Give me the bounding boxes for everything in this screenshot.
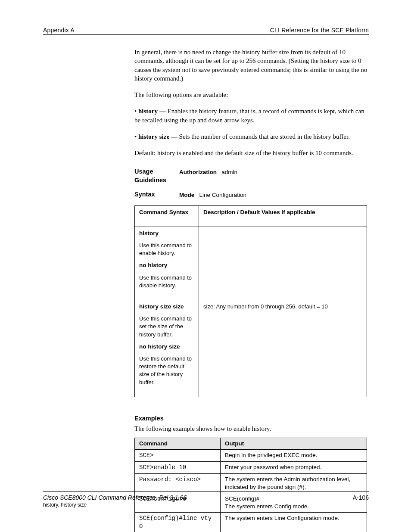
cmd-history-note: Use this command to enable history.: [139, 242, 194, 257]
header-left: Appendix A: [43, 27, 75, 34]
header-right: CLI Reference for the SCE Platform: [270, 27, 369, 34]
table-row: Command Syntax Description / Default Val…: [135, 205, 367, 227]
bullet-2: • history size — Sets the number of comm…: [134, 132, 369, 141]
table-header-row: Command Output: [135, 438, 367, 449]
authorization-value: admin: [221, 169, 237, 175]
examples-table-head-output: Output: [221, 438, 367, 449]
cmd-no-history-size-note: Use this command to restore the default …: [139, 355, 194, 386]
examples-intro: The following example shows how to enabl…: [134, 424, 369, 433]
default-form: Default: history is enabled and the defa…: [134, 149, 369, 157]
cmd-cell: SCE(config)#line vty 0: [135, 513, 221, 532]
cmd-cell: SCE>: [135, 449, 221, 461]
syntax-table-head-2: Description / Default Values if applicab…: [203, 209, 315, 215]
out-cell: Begin in the privileged EXEC mode.: [221, 449, 367, 461]
bullet-2-label: history size —: [138, 133, 177, 140]
header-rule: [43, 34, 369, 35]
table-row: SCE> Begin in the privileged EXEC mode.: [135, 449, 367, 461]
footer-sub: history, history size: [43, 502, 369, 508]
out-cell: Enter your password when prompted.: [221, 461, 367, 473]
syntax-label: Syntax: [134, 190, 179, 199]
cmd-no-history-note: Use this command to disable history.: [139, 274, 194, 289]
cmd-no-history: no history: [139, 261, 194, 269]
table-row: history Use this command to enable histo…: [135, 227, 367, 300]
cmd-history-size: history size size: [139, 303, 184, 310]
examples-heading: Examples: [134, 414, 369, 423]
mode-value: Line Configuration: [199, 192, 247, 198]
table-row: SCE(config)#line vty 0 The system enters…: [135, 513, 367, 532]
bullet-2-text: Sets the number of commands that are sto…: [179, 133, 350, 140]
cmd-history: history: [139, 230, 159, 236]
cmd-history-size-note: Use this command to set the size of the …: [139, 315, 194, 339]
footer-page-number: A-106: [353, 494, 369, 501]
page-footer: Cisco SCE8000 CLI Command Reference, Rel…: [43, 488, 369, 508]
table-row: SCE>enable 10 Enter your password when p…: [135, 461, 367, 473]
bullet-1-label: history —: [138, 108, 166, 115]
bullet-1-text: Enables the history feature, that is, a …: [134, 108, 364, 123]
footer-rule: [43, 491, 369, 492]
mode-row: Syntax Mode Line Configuration: [134, 190, 369, 199]
intro-para-2: The following options are available:: [134, 90, 369, 99]
cmd-cell: SCE>enable 10: [135, 461, 221, 473]
examples-table-head-command: Command: [135, 438, 221, 449]
examples-table: Command Output SCE> Begin in the privile…: [134, 438, 367, 532]
authorization-label: Authorization: [179, 169, 217, 175]
out-cell: The system enters Line Configuration mod…: [221, 513, 367, 532]
table-row: history size size Use this command to se…: [135, 300, 367, 397]
mode-label: Mode: [179, 192, 194, 198]
bullet-1: • history — Enables the history feature,…: [134, 107, 369, 124]
intro-para-1: In general, there is no need to change t…: [134, 48, 369, 83]
cmd-no-history-size: no history size: [139, 343, 194, 351]
usage-guidelines-row: Usage Guidelines Authorization admin: [134, 168, 369, 184]
syntax-table-head-1: Command Syntax: [139, 209, 188, 215]
size-default: size: Any number from 0 through 256. def…: [203, 303, 362, 311]
usage-guidelines-label: Usage Guidelines: [134, 168, 179, 184]
footer-doc-title: Cisco SCE8000 CLI Command Reference, Rel…: [43, 494, 187, 501]
syntax-table: Command Syntax Description / Default Val…: [134, 205, 367, 397]
